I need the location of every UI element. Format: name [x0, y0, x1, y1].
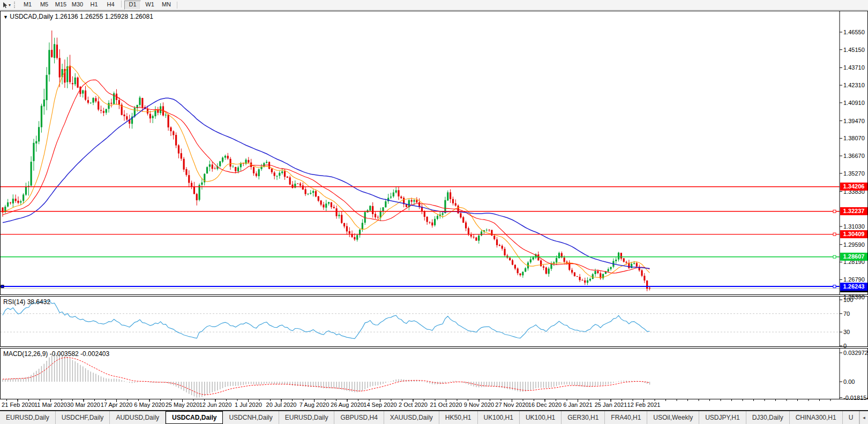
timeframe-button-h1[interactable]: H1 [86, 1, 102, 9]
price-axis-label: 1.36670 [843, 153, 865, 159]
macd-indicator-values: -0.003582 -0.002403 [50, 350, 109, 358]
date-axis-label: 14 Sep 2020 [363, 402, 396, 408]
rsi-indicator-name: RSI(14) [3, 298, 25, 306]
price-axis-label: 1.40910 [843, 100, 865, 106]
date-axis-label: 16 Dec 2020 [528, 402, 562, 408]
chart-tab-usdchf-daily[interactable]: USDCHF,Daily [56, 411, 110, 424]
chart-window: ▼ USDCAD,Daily 1.26136 1.26255 1.25928 1… [0, 11, 868, 409]
toolbar-grip [14, 2, 17, 8]
chart-tab-xauusd-daily[interactable]: XAUUSD,Daily [384, 411, 439, 424]
chart-tab-hk50-h1[interactable]: HK50,H1 [439, 411, 478, 424]
chart-tabs-bar: EURUSD,DailyUSDCHF,DailyAUDUSD,DailyUSDC… [0, 410, 868, 424]
date-axis-label: 12 Feb 2021 [627, 402, 661, 408]
chart-tab-eurusd-daily[interactable]: EURUSD,Daily [279, 411, 335, 424]
main-chart-panel[interactable]: ▼ USDCAD,Daily 1.26136 1.26255 1.25928 1… [0, 11, 868, 295]
hline-price-tag: 1.28607 [840, 253, 867, 261]
cursor-icon [2, 2, 8, 9]
timeframe-button-m15[interactable]: M15 [53, 1, 69, 9]
macd-label: MACD(12,26,9) -0.003582 -0.002403 [3, 350, 109, 358]
rsi-panel[interactable]: RSI(14) 38.6432 10070300 [0, 296, 868, 347]
timeframe-button-mn[interactable]: MN [159, 1, 174, 9]
price-axis-label: 1.43710 [843, 64, 865, 71]
date-axis-label: 6 May 2020 [134, 402, 164, 408]
macd-indicator-name: MACD(12,26,9) [3, 350, 48, 358]
date-axis-label: 25 Jan 2021 [595, 402, 627, 408]
rsi-indicator-value: 38.6432 [27, 298, 50, 306]
timeframe-buttons: M1M5M15M30H1H4D1W1MN [19, 1, 175, 10]
price-axis-label: 1.45150 [843, 47, 865, 53]
macd-axis-label: 0.00 [843, 378, 855, 385]
chart-tab-uk100-h1[interactable]: UK100,H1 [520, 411, 562, 424]
chart-tab-usdcad-daily[interactable]: USDCAD,Daily [166, 411, 223, 424]
date-axis-label: 20 Jul 2020 [266, 402, 297, 408]
date-axis-label: 25 May 2020 [166, 402, 200, 408]
rsi-axis-label: 0 [843, 343, 847, 349]
date-axis-label: 6 Jan 2021 [563, 402, 592, 408]
chart-tab-eurusd-daily[interactable]: EURUSD,Daily [0, 411, 56, 424]
toolbar-separator [177, 2, 177, 9]
price-axis-label: 1.26790 [843, 276, 865, 283]
timeframe-button-m5[interactable]: M5 [36, 1, 52, 9]
date-axis-label: 9 Nov 2020 [464, 402, 494, 408]
date-axis-label: 12 Jun 2020 [199, 402, 232, 408]
timeframe-button-m30[interactable]: M30 [70, 1, 85, 9]
chart-tab-audusd-daily[interactable]: AUDUSD,Daily [110, 411, 166, 424]
chart-tab-usdcnh-daily[interactable]: USDCNH,Daily [223, 411, 279, 424]
price-axis-label: 1.31030 [843, 223, 865, 230]
chart-tab-ger30-h1[interactable]: GER30,H1 [562, 411, 605, 424]
collapse-caret-icon[interactable]: ▼ [3, 14, 8, 20]
hline-price-tag: 1.26243 [840, 283, 867, 291]
macd-axis-label: 0.032972 [843, 350, 868, 356]
chart-title: ▼ USDCAD,Daily 1.26136 1.26255 1.25928 1… [3, 13, 153, 20]
date-axis-label: 11 Mar 2020 [34, 402, 67, 408]
cursor-tool-caret-icon[interactable]: ▾ [9, 3, 11, 7]
chart-tab-uk100-h1[interactable]: UK100,H1 [478, 411, 520, 424]
date-axis-label: 2 Oct 2020 [399, 402, 428, 408]
toolbar: ▾ M1M5M15M30H1H4D1W1MN [0, 0, 868, 10]
chart-tab-fra40-h1[interactable]: FRA40,H1 [605, 411, 647, 424]
date-axis[interactable]: 21 Feb 202011 Mar 202030 Mar 202017 Apr … [0, 399, 868, 409]
chart-tab-u[interactable]: U [843, 411, 860, 424]
rsi-label: RSI(14) 38.6432 [3, 298, 50, 306]
timeframe-button-h4[interactable]: H4 [103, 1, 118, 9]
hline-price-tag: 1.30409 [840, 230, 867, 238]
chart-tab-usdjpy-h1[interactable]: USDJPY,H1 [699, 411, 746, 424]
macd-axis-label: -0.018154 [843, 395, 868, 401]
toolbar-separator [121, 1, 122, 7]
date-axis-label: 27 Nov 2020 [495, 402, 528, 408]
timeframe-button-m1[interactable]: M1 [20, 1, 35, 9]
tabs-scroll-left-icon[interactable]: ◂ [859, 411, 868, 424]
date-axis-label: 17 Apr 2020 [101, 402, 132, 408]
timeframe-button-d1[interactable]: D1 [124, 1, 141, 10]
cursor-tool-button[interactable]: ▾ [2, 2, 12, 9]
rsi-axis-label: 70 [843, 311, 850, 317]
timeframe-button-w1[interactable]: W1 [142, 1, 158, 9]
price-axis-label: 1.38070 [843, 135, 865, 141]
chart-tab-gbpusd-h4[interactable]: GBPUSD,H4 [334, 411, 384, 424]
price-axis-label: 1.42310 [843, 82, 865, 88]
price-axis-label: 1.46550 [843, 29, 865, 35]
chart-tab-china300-h1[interactable]: CHINA300,H1 [790, 411, 843, 424]
macd-panel[interactable]: MACD(12,26,9) -0.003582 -0.002403 0.0329… [0, 348, 868, 399]
price-axis-label: 1.35270 [843, 170, 865, 177]
chart-title-ohlc: 1.26136 1.26255 1.25928 1.26081 [55, 13, 153, 20]
date-axis-label: 7 Aug 2020 [300, 402, 330, 408]
date-axis-label: 26 Aug 2020 [331, 402, 364, 408]
date-axis-label: 21 Feb 2020 [2, 402, 35, 408]
chart-tab-dj30-daily[interactable]: DJ30,Daily [746, 411, 790, 424]
date-axis-label: 1 Jul 2020 [235, 402, 262, 408]
hline-price-tag: 1.32237 [840, 207, 867, 215]
hline-price-tag: 1.34206 [840, 183, 867, 191]
date-axis-label: 30 Mar 2020 [67, 402, 100, 408]
tab-scroll-buttons: ◂▸ [859, 411, 868, 424]
rsi-axis-label: 30 [843, 329, 850, 335]
price-axis-label: 1.29590 [843, 241, 865, 248]
chart-title-symbol: USDCAD,Daily [10, 13, 53, 20]
date-axis-label: 21 Oct 2020 [430, 402, 462, 408]
price-axis-label: 1.39470 [843, 118, 865, 124]
rsi-axis-label: 100 [843, 297, 853, 303]
chart-tab-usoil-weekly[interactable]: USOil,Weekly [647, 411, 699, 424]
